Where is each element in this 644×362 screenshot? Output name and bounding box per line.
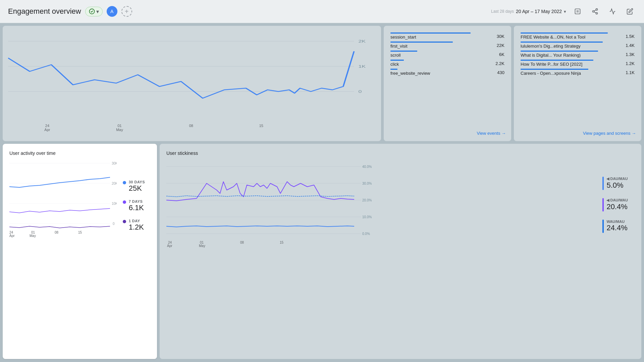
event-name-cell: first_visit xyxy=(389,40,481,49)
page-name: Careers - Open...xposure Ninja xyxy=(521,71,581,76)
stickiness-bar-waumau xyxy=(602,220,604,233)
page-value: 1.2K xyxy=(619,58,636,67)
svg-text:Apr: Apr xyxy=(167,244,172,248)
pages-panel: FREE Website &...ON, Not a Tool 1.5K lul… xyxy=(514,26,641,141)
date-range-label: Last 28 days xyxy=(491,9,514,14)
x-label-may01: 01May xyxy=(116,124,123,132)
date-range-chevron: ▾ xyxy=(564,9,566,14)
stickiness-bar-dauwau xyxy=(602,198,604,212)
share-button[interactable] xyxy=(589,5,601,17)
legend-7days: 7 DAYS 6.1K xyxy=(123,199,145,212)
page-name-cell: How To Write P...for SEO [2022] xyxy=(519,58,619,67)
page-bar xyxy=(521,51,598,52)
svg-text:10K: 10K xyxy=(112,202,117,205)
event-name: free_website_review xyxy=(390,71,430,76)
event-name-cell: click xyxy=(389,58,481,67)
svg-text:20K: 20K xyxy=(112,182,117,185)
activity-legend: 30 DAYS 25K 7 DAYS 6.1K xyxy=(123,180,145,232)
svg-text:30K: 30K xyxy=(112,162,117,165)
page-value: 1.3K xyxy=(619,49,636,58)
svg-text:Apr: Apr xyxy=(9,234,15,238)
page-value: 1.1K xyxy=(619,67,636,76)
svg-line-7 xyxy=(594,12,596,13)
event-value: 430 xyxy=(481,67,506,76)
event-row: click 2.2K xyxy=(389,58,506,67)
svg-text:May: May xyxy=(30,234,36,238)
stickiness-chart: 40.0% 30.0% 20.0% 10.0% 0.0% 24 Apr 01 xyxy=(166,160,394,260)
event-bar xyxy=(390,69,397,70)
svg-text:15: 15 xyxy=(280,241,284,244)
stickiness-title: User stickiness xyxy=(166,150,635,156)
svg-text:10.0%: 10.0% xyxy=(362,215,372,219)
view-pages-link[interactable]: View pages and screens → xyxy=(583,131,636,136)
page-name-cell: What is Digital... Your Ranking) xyxy=(519,49,619,58)
event-value: 22K xyxy=(481,40,506,49)
legend-value-30days: 25K xyxy=(129,184,145,193)
svg-text:0: 0 xyxy=(358,89,362,94)
top-row: 2K 1K 0 24Apr 01May 08 15 session_start xyxy=(0,23,644,144)
stickiness-card: User stickiness 40.0% 30.0% 20.0% 10.0% … xyxy=(160,144,641,359)
event-bar xyxy=(390,33,471,34)
header-left: Engagement overview ▾ A + xyxy=(8,6,132,17)
event-bar xyxy=(390,60,404,61)
page-name: lululemon's Dig...eting Strategy xyxy=(521,44,581,49)
page-bar xyxy=(521,60,593,61)
stickiness-label-waumau: WAU/MAU xyxy=(606,220,627,224)
x-label-15: 15 xyxy=(259,124,263,132)
page-name-cell: lululemon's Dig...eting Strategy xyxy=(519,40,619,49)
event-name: click xyxy=(390,62,399,67)
page-bar xyxy=(521,69,588,70)
stickiness-label-dauwau: ◀ DAU/WAU xyxy=(606,198,628,202)
x-label-08: 08 xyxy=(189,124,193,132)
page-name: What is Digital... Your Ranking) xyxy=(521,53,581,58)
legend-dot-7days xyxy=(123,200,126,204)
chevron-down-icon: ▾ xyxy=(96,8,99,15)
legend-30days: 30 DAYS 25K xyxy=(123,180,145,193)
date-range-selector[interactable]: Last 28 days 20 Apr – 17 May 2022 ▾ xyxy=(491,9,566,14)
stickiness-value-dauwau: 20.4% xyxy=(606,202,628,211)
event-name: session_start xyxy=(390,35,416,40)
edit-report-button[interactable] xyxy=(572,5,584,17)
svg-text:30.0%: 30.0% xyxy=(362,182,372,185)
stickiness-wau-mau: WAU/MAU 24.4% xyxy=(602,220,628,233)
event-bar xyxy=(390,42,453,43)
svg-text:20.0%: 20.0% xyxy=(362,198,372,202)
event-row: free_website_review 430 xyxy=(389,67,506,76)
events-table: session_start 30K first_visit 22K scroll… xyxy=(389,31,506,76)
page-row: Careers - Open...xposure Ninja 1.1K xyxy=(519,67,636,76)
svg-point-4 xyxy=(596,9,598,10)
edit-icon xyxy=(627,8,633,15)
page-row: FREE Website &...ON, Not a Tool 1.5K xyxy=(519,31,636,40)
bottom-row: User activity over time 30K 20K 10K 0 xyxy=(0,144,644,362)
page-bar xyxy=(521,33,608,34)
svg-line-8 xyxy=(594,10,596,11)
stickiness-dau-mau: ◀ DAU/MAU 5.0% xyxy=(602,177,628,190)
customize-button[interactable] xyxy=(624,5,636,17)
stickiness-value-daumau: 5.0% xyxy=(606,181,628,190)
event-value: 6K xyxy=(481,49,506,58)
svg-text:40.0%: 40.0% xyxy=(362,165,372,169)
check-badge[interactable]: ▾ xyxy=(85,7,103,16)
svg-rect-1 xyxy=(575,9,580,14)
user-activity-card: User activity over time 30K 20K 10K 0 xyxy=(3,144,157,359)
pages-table: FREE Website &...ON, Not a Tool 1.5K lul… xyxy=(519,31,636,76)
event-row: scroll 6K xyxy=(389,49,506,58)
svg-text:2K: 2K xyxy=(358,39,366,43)
event-name: first_visit xyxy=(390,44,408,49)
event-name-cell: free_website_review xyxy=(389,67,481,76)
main-content: 2K 1K 0 24Apr 01May 08 15 session_start xyxy=(0,23,644,362)
x-label-apr24: 24Apr xyxy=(44,124,50,132)
page-name: FREE Website &...ON, Not a Tool xyxy=(521,35,585,40)
event-row: session_start 30K xyxy=(389,31,506,40)
view-events-link[interactable]: View events → xyxy=(477,131,506,136)
header-right: Last 28 days 20 Apr – 17 May 2022 ▾ xyxy=(491,5,636,17)
page-value: 1.5K xyxy=(619,31,636,40)
svg-text:15: 15 xyxy=(78,231,82,234)
add-comparison-button[interactable]: + xyxy=(121,6,132,17)
svg-text:08: 08 xyxy=(55,231,59,234)
analytics-button[interactable] xyxy=(606,5,619,17)
svg-point-5 xyxy=(593,11,594,12)
check-icon xyxy=(89,8,95,14)
page-name: How To Write P...for SEO [2022] xyxy=(521,62,582,67)
legend-label-30days: 30 DAYS xyxy=(129,180,145,184)
